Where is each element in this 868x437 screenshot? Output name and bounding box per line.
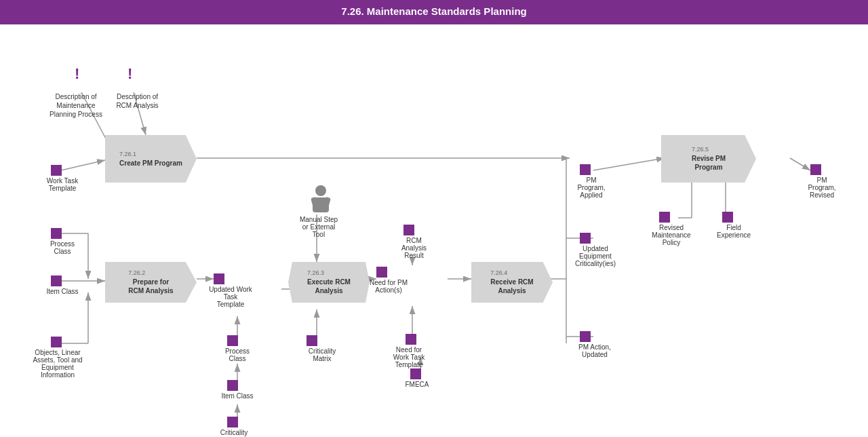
page-title: 7.26. Maintenance Standards Planning xyxy=(0,0,868,24)
create-pm-id: 7.26.1 xyxy=(119,151,182,157)
need-work-template-square xyxy=(406,334,416,345)
need-pm-actions-square xyxy=(376,267,387,278)
objects-square xyxy=(51,337,62,347)
manual-step-label: Manual Stepor ExternalTool xyxy=(288,216,349,238)
receive-rcm-id: 7.26.4 xyxy=(490,269,533,276)
diagram: ! ! Description of Maintenance Planning … xyxy=(0,24,868,437)
fmeca-label: FMECA xyxy=(393,381,441,388)
pm-action-updated-label: PM Action,Updated xyxy=(564,343,625,358)
svg-point-34 xyxy=(315,185,326,196)
revise-pm-id: 7.26.5 xyxy=(692,146,726,153)
criticality-matrix-label: CriticalityMatrix xyxy=(292,347,353,362)
item-class-1-label: Item Class xyxy=(35,288,90,295)
process-class-2-label: ProcessClass xyxy=(207,347,268,362)
pm-program-applied-label: PMProgram,Applied xyxy=(564,176,618,199)
fmeca-square xyxy=(410,368,421,379)
pm-program-revised-square xyxy=(810,164,821,175)
prepare-rcm-id: 7.26.2 xyxy=(128,269,173,276)
item-class-1-square xyxy=(51,276,62,286)
revised-maint-policy-label: RevisedMaintenancePolicy xyxy=(641,224,702,246)
need-work-template-label: Need forWork TaskTemplate xyxy=(378,346,439,368)
updated-equip-square xyxy=(580,233,591,244)
criticality-matrix-std-label: CriticalityMatrixStandards xyxy=(200,429,268,437)
updated-work-task-square xyxy=(214,273,224,284)
updated-equip-label: UpdatedEquipmentCriticality(ies) xyxy=(561,245,629,267)
field-experience-square xyxy=(722,212,733,223)
create-pm-label: Create PM Program xyxy=(119,159,182,168)
execute-rcm-label: Execute RCMAnalysis xyxy=(307,278,351,295)
process-class-2-square xyxy=(227,335,238,346)
revise-pm-label: Revise PMProgram xyxy=(692,154,726,172)
item-class-2-square xyxy=(227,380,238,391)
svg-line-25 xyxy=(593,158,665,170)
receive-rcm-label: Receive RCMAnalysis xyxy=(490,278,533,295)
receive-rcm-node: 7.26.4 Receive RCMAnalysis xyxy=(471,262,553,303)
process-class-1-label: ProcessClass xyxy=(35,240,90,255)
work-task-square xyxy=(51,165,62,176)
desc-maintenance-label: Description of Maintenance Planning Proc… xyxy=(49,92,103,119)
execute-rcm-id: 7.26.3 xyxy=(307,269,351,276)
rcm-analysis-result-label: RCMAnalysisResult xyxy=(385,237,443,259)
exclamation-maintenance-icon: ! xyxy=(75,65,79,83)
desc-rcm-label: Description of RCM Analysis xyxy=(112,92,163,110)
prepare-rcm-label: Prepare forRCM Analysis xyxy=(128,278,173,295)
item-class-2-label: Item Class xyxy=(207,392,268,400)
process-class-1-square xyxy=(51,228,62,239)
pm-action-updated-square xyxy=(580,331,591,342)
objects-label: Objects, LinearAssets, Tool andEquipment… xyxy=(20,349,95,379)
criticality-matrix-std-square xyxy=(227,417,238,428)
pm-program-applied-square xyxy=(580,164,591,175)
svg-line-33 xyxy=(790,158,810,170)
need-pm-actions-label: Need for PMAction(s) xyxy=(358,279,419,294)
rcm-analysis-result-square xyxy=(403,225,414,235)
pm-program-revised-label: PMProgram,Revised xyxy=(795,176,849,199)
revise-pm-node: 7.26.5 Revise PMProgram xyxy=(661,135,756,183)
prepare-rcm-node: 7.26.2 Prepare forRCM Analysis xyxy=(105,262,197,303)
execute-rcm-node: 7.26.3 Execute RCMAnalysis xyxy=(288,262,370,303)
exclamation-rcm-icon: ! xyxy=(127,65,132,83)
criticality-matrix-square xyxy=(307,335,317,346)
field-experience-label: FieldExperience xyxy=(707,224,761,239)
work-task-label: Work TaskTemplate xyxy=(35,177,90,192)
person-icon xyxy=(304,184,338,221)
updated-work-task-label: Updated WorkTaskTemplate xyxy=(200,286,261,308)
create-pm-node: 7.26.1 Create PM Program xyxy=(105,135,197,183)
svg-line-3 xyxy=(61,160,105,170)
revised-maint-policy-square xyxy=(659,212,670,223)
